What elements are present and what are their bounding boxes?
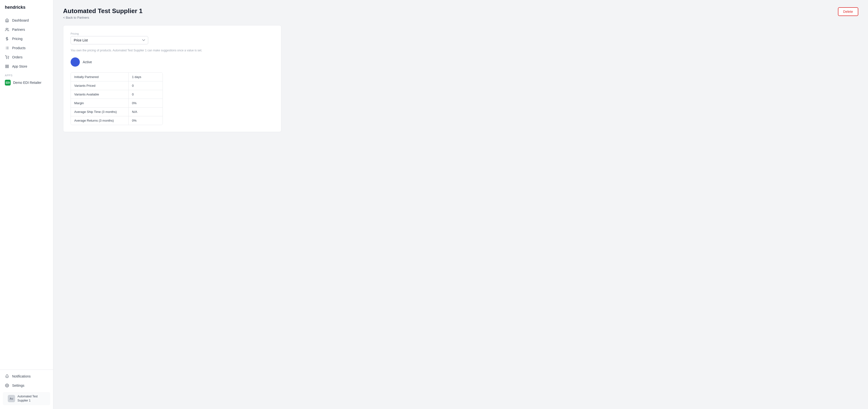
stats-value: 0 xyxy=(129,81,162,90)
active-toggle-row: Active xyxy=(71,58,274,67)
stats-value: 0 xyxy=(129,90,162,99)
sidebar-bottom: Notifications Settings Au Automated Test… xyxy=(0,370,53,409)
supplier-card: Pricing Price List You own the pricing o… xyxy=(63,25,281,132)
grid-icon xyxy=(5,64,9,69)
app-badge-edi: EDI xyxy=(5,80,11,86)
stats-value: 1 days xyxy=(129,73,162,81)
bell-icon xyxy=(5,374,9,378)
stats-label: Average Returns (3 months) xyxy=(71,116,129,125)
current-user[interactable]: Au Automated Test Supplier 1 xyxy=(3,392,50,405)
user-name: Automated Test Supplier 1 xyxy=(18,395,45,403)
svg-rect-10 xyxy=(6,65,7,66)
active-toggle[interactable] xyxy=(71,58,80,67)
sidebar-item-pricing[interactable]: Pricing xyxy=(0,34,53,43)
sidebar-label-app-store: App Store xyxy=(12,64,27,68)
sidebar-label-partners: Partners xyxy=(12,28,25,32)
pricing-select-wrapper: Pricing Price List xyxy=(71,32,274,44)
stats-value: N/A xyxy=(129,108,162,116)
sidebar-item-products[interactable]: Products xyxy=(0,43,53,53)
stats-row: Initially Partnered1 days xyxy=(71,73,162,81)
home-icon xyxy=(5,18,9,23)
stats-label: Variants Available xyxy=(71,90,129,99)
stats-value: 0% xyxy=(129,99,162,107)
sidebar-item-app-store[interactable]: App Store xyxy=(0,62,53,71)
sidebar-label-pricing: Pricing xyxy=(12,37,23,41)
svg-rect-13 xyxy=(6,67,7,68)
stats-row: Average Returns (3 months)0% xyxy=(71,116,162,125)
dollar-icon xyxy=(5,37,9,41)
stats-label: Initially Partnered xyxy=(71,73,129,81)
sidebar-item-partners[interactable]: Partners xyxy=(0,25,53,34)
list-icon xyxy=(5,46,9,50)
page-header: Automated Test Supplier 1 < Back to Part… xyxy=(63,7,858,20)
active-label: Active xyxy=(83,60,92,64)
avatar: Au xyxy=(8,395,15,402)
shopping-cart-icon xyxy=(5,55,9,59)
sidebar-label-products: Products xyxy=(12,46,26,50)
stats-row: Margin0% xyxy=(71,99,162,108)
users-icon xyxy=(5,27,9,32)
stats-table: Initially Partnered1 daysVariants Priced… xyxy=(71,72,163,125)
sidebar-label-settings: Settings xyxy=(12,383,25,387)
svg-point-0 xyxy=(6,28,7,29)
delete-button[interactable]: Delete xyxy=(838,7,858,16)
stats-label: Average Ship Time (3 months) xyxy=(71,108,129,116)
sidebar-item-settings[interactable]: Settings xyxy=(0,381,53,390)
pricing-description: You own the pricing of products. Automat… xyxy=(71,48,274,53)
page-title-group: Automated Test Supplier 1 < Back to Part… xyxy=(63,7,143,20)
sidebar-item-notifications[interactable]: Notifications xyxy=(0,372,53,381)
stats-label: Variants Priced xyxy=(71,81,129,90)
sidebar-label-orders: Orders xyxy=(12,55,23,59)
apps-section-label: Apps xyxy=(0,71,53,78)
back-to-partners-link[interactable]: < Back to Partners xyxy=(63,16,143,20)
app-logo: hendricks xyxy=(0,0,53,14)
svg-rect-11 xyxy=(7,65,8,66)
page-title: Automated Test Supplier 1 xyxy=(63,7,143,15)
main-content: Automated Test Supplier 1 < Back to Part… xyxy=(53,0,868,409)
svg-point-9 xyxy=(8,58,8,59)
pricing-select-label: Pricing xyxy=(71,32,274,35)
stats-row: Variants Available0 xyxy=(71,90,162,99)
app-label-demo-edi: Demo EDI Retailer xyxy=(13,81,41,84)
sidebar-item-dashboard[interactable]: Dashboard xyxy=(0,16,53,25)
svg-rect-12 xyxy=(7,67,8,68)
svg-point-14 xyxy=(6,385,7,386)
gear-icon xyxy=(5,383,9,388)
stats-row: Variants Priced0 xyxy=(71,81,162,90)
stats-value: 0% xyxy=(129,116,162,125)
stats-row: Average Ship Time (3 months)N/A xyxy=(71,108,162,116)
sidebar-item-orders[interactable]: Orders xyxy=(0,53,53,62)
stats-label: Margin xyxy=(71,99,129,107)
sidebar-label-notifications: Notifications xyxy=(12,374,31,378)
main-nav: Dashboard Partners Pricing xyxy=(0,14,53,370)
pricing-select[interactable]: Price List xyxy=(71,36,148,44)
sidebar-item-demo-edi[interactable]: EDI Demo EDI Retailer xyxy=(0,78,53,88)
sidebar-label-dashboard: Dashboard xyxy=(12,19,29,22)
sidebar: hendricks Dashboard Partners xyxy=(0,0,53,409)
